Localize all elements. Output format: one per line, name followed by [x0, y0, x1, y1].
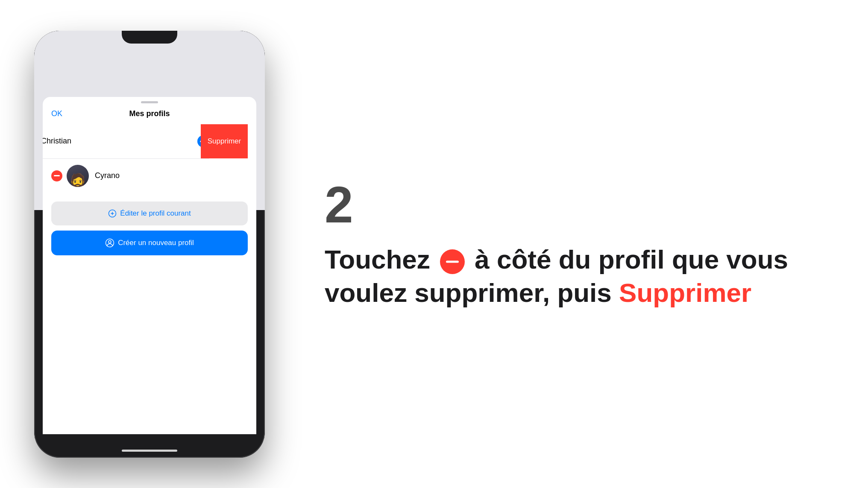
avatar-cyrano [67, 165, 89, 187]
svg-point-2 [108, 240, 111, 243]
modal-header: OK Mes profils [43, 103, 256, 124]
profile-modal: OK Mes profils Christian Supprimer [43, 97, 256, 434]
minus-button-cyrano[interactable] [51, 170, 62, 181]
phone-area: OK Mes profils Christian Supprimer [0, 0, 299, 488]
ok-button[interactable]: OK [51, 109, 62, 118]
phone-mockup: OK Mes profils Christian Supprimer [34, 31, 265, 458]
create-button-label: Créer un nouveau profil [118, 239, 194, 247]
home-indicator [122, 450, 177, 452]
profile-name-christian: Christian [43, 137, 197, 146]
edit-button-label: Éditer le profil courant [120, 209, 191, 218]
modal-actions: Éditer le profil courant Créer un nouvea… [43, 193, 256, 255]
profile-list: Christian Supprimer Cyrano [43, 124, 256, 193]
step-number: 2 [325, 179, 834, 230]
supprimer-button[interactable]: Supprimer [201, 124, 248, 158]
profile-name-cyrano: Cyrano [95, 171, 248, 180]
modal-title: Mes profils [129, 109, 170, 118]
instruction-supprimer-label: Supprimer [619, 278, 751, 307]
profile-row-christian[interactable]: Christian Supprimer [43, 124, 209, 159]
instruction-word-touchez: Touchez [325, 245, 437, 274]
edit-icon [108, 209, 117, 218]
create-icon [105, 238, 114, 248]
instruction-area: 2 Touchez à côté du profil que vous voul… [299, 0, 868, 488]
profile-row-cyrano[interactable]: Cyrano [51, 159, 248, 193]
minus-icon-inline [440, 249, 465, 274]
create-profile-button[interactable]: Créer un nouveau profil [51, 231, 248, 255]
instruction-text: Touchez à côté du profil que vous voulez… [325, 243, 834, 309]
phone-notch [122, 31, 177, 44]
edit-profile-button[interactable]: Éditer le profil courant [51, 202, 248, 225]
